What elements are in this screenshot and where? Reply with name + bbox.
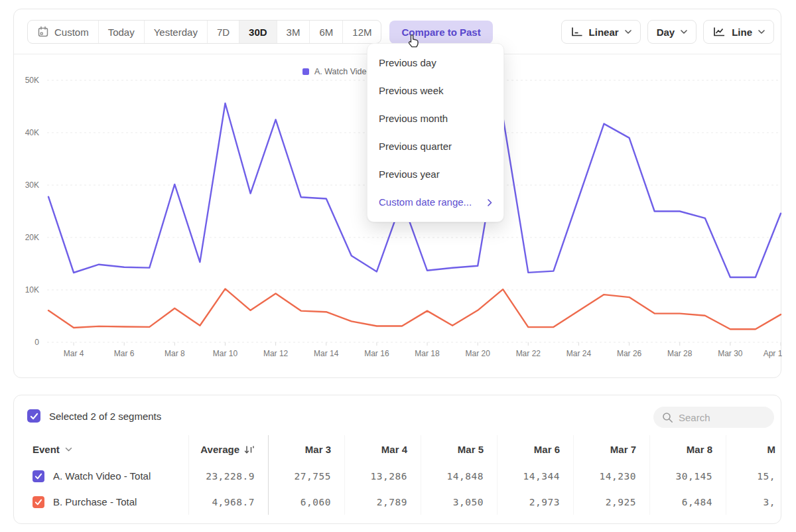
x-axis-label: Mar 12 bbox=[263, 349, 289, 358]
y-axis-label: 40K bbox=[25, 128, 39, 137]
date-range-12m[interactable]: 12M bbox=[342, 21, 381, 43]
date-range-3m[interactable]: 3M bbox=[277, 21, 310, 43]
segment-label: Today bbox=[108, 27, 135, 38]
granularity-label: Day bbox=[657, 27, 675, 38]
y-axis-label: 0 bbox=[34, 338, 39, 347]
x-axis-label: Mar 16 bbox=[364, 349, 389, 358]
x-axis-label: Mar 18 bbox=[415, 349, 440, 358]
select-all-row: Selected 2 of 2 segments bbox=[27, 409, 161, 423]
segment-label: 12M bbox=[352, 27, 371, 38]
menu-item-previous-month[interactable]: Previous month bbox=[367, 105, 503, 133]
cell-value: 14,344 bbox=[523, 471, 560, 482]
check-icon bbox=[34, 499, 42, 505]
menu-item-label: Previous week bbox=[379, 77, 444, 105]
value-cell: 2,925 bbox=[573, 489, 649, 515]
chevron-right-icon bbox=[488, 199, 492, 206]
date-range-30d[interactable]: 30D bbox=[239, 21, 277, 43]
chart-toolbar: CustomTodayYesterday7D30D3M6M12M Compare… bbox=[27, 20, 774, 44]
event-cell: B. Purchase - Total bbox=[14, 489, 188, 515]
select-all-checkbox[interactable] bbox=[27, 409, 40, 423]
y-axis-label: 20K bbox=[25, 233, 39, 242]
average-value: 4,968.7 bbox=[212, 497, 255, 507]
x-axis-label: Mar 24 bbox=[566, 349, 592, 358]
x-axis-label: Mar 30 bbox=[718, 349, 743, 358]
cell-value: 3,050 bbox=[453, 497, 484, 507]
date-range-yesterday[interactable]: Yesterday bbox=[144, 21, 207, 43]
y-axis-label: 30K bbox=[25, 180, 39, 190]
cell-value: 30,145 bbox=[676, 471, 712, 482]
date-header-cell[interactable]: Mar 3 bbox=[268, 435, 344, 463]
line-chart-icon bbox=[712, 27, 726, 37]
value-cell: 14,848 bbox=[421, 463, 497, 489]
average-cell: 4,968.7 bbox=[188, 489, 268, 515]
cell-value: 14,848 bbox=[447, 471, 484, 482]
axis-icon bbox=[570, 27, 583, 37]
x-axis-label: Mar 10 bbox=[213, 349, 238, 358]
menu-item-previous-day[interactable]: Previous day bbox=[367, 49, 503, 77]
date-range-today[interactable]: Today bbox=[98, 21, 144, 43]
value-cell: 15, bbox=[726, 463, 781, 489]
event-header[interactable]: Event bbox=[33, 444, 72, 455]
y-axis-label: 10K bbox=[25, 285, 39, 295]
date-header-cell[interactable]: Mar 5 bbox=[421, 435, 497, 463]
chevron-down-icon bbox=[625, 30, 631, 34]
value-cell: 3, bbox=[726, 489, 781, 515]
table-row: A. Watch Video - Total23,228.927,75513,2… bbox=[14, 463, 781, 489]
segments-table: EventAverageMar 3Mar 4Mar 5Mar 6Mar 7Mar… bbox=[14, 435, 781, 515]
average-header-label: Average bbox=[200, 444, 239, 455]
date-range-6m[interactable]: 6M bbox=[309, 21, 342, 43]
check-icon bbox=[30, 413, 38, 420]
y-axis-label: 50K bbox=[25, 76, 39, 85]
date-header-cell[interactable]: Mar 8 bbox=[649, 435, 726, 463]
date-header-cell[interactable]: Mar 4 bbox=[344, 435, 421, 463]
selected-segments-label: Selected 2 of 2 segments bbox=[49, 411, 161, 422]
menu-item-previous-week[interactable]: Previous week bbox=[367, 77, 503, 105]
date-range-segmented-control: CustomTodayYesterday7D30D3M6M12M bbox=[27, 20, 381, 44]
segment-label: 7D bbox=[217, 27, 230, 38]
scale-dropdown[interactable]: Linear bbox=[561, 20, 641, 44]
x-axis-label: Mar 14 bbox=[314, 349, 339, 358]
value-cell: 6,060 bbox=[268, 489, 344, 515]
cell-value: 13,286 bbox=[371, 471, 407, 482]
date-header-cell[interactable]: Mar 7 bbox=[573, 435, 649, 463]
average-header-cell[interactable]: Average bbox=[188, 435, 268, 463]
value-cell: 30,145 bbox=[649, 463, 726, 489]
event-header-label: Event bbox=[33, 444, 60, 455]
granularity-dropdown[interactable]: Day bbox=[647, 20, 697, 44]
date-range-7d[interactable]: 7D bbox=[207, 21, 239, 43]
series-line-purchase bbox=[48, 289, 781, 329]
event-cell: A. Watch Video - Total bbox=[14, 463, 188, 489]
search-icon bbox=[662, 412, 673, 423]
event-name: B. Purchase - Total bbox=[53, 496, 137, 507]
x-axis-label: Mar 6 bbox=[114, 349, 135, 358]
x-axis-label: Apr 1 bbox=[763, 349, 782, 358]
chart-option-buttons: Linear Day Line bbox=[561, 20, 774, 44]
search-box bbox=[653, 407, 774, 428]
segment-label: 30D bbox=[249, 27, 267, 38]
date-header-label: Mar 8 bbox=[687, 444, 712, 455]
x-axis-label: Mar 20 bbox=[465, 349, 490, 358]
menu-item-previous-quarter[interactable]: Previous quarter bbox=[367, 133, 503, 161]
search-input[interactable] bbox=[679, 412, 758, 423]
date-header-label: Mar 4 bbox=[381, 444, 407, 455]
row-checkbox[interactable] bbox=[33, 496, 44, 508]
x-axis-label: Mar 28 bbox=[667, 349, 693, 358]
hand-cursor-icon bbox=[405, 33, 422, 52]
row-checkbox[interactable] bbox=[33, 470, 44, 482]
menu-item-label: Previous quarter bbox=[379, 133, 452, 161]
date-header-cell[interactable]: M bbox=[726, 435, 781, 463]
menu-item-label: Previous month bbox=[379, 105, 448, 133]
chart-type-dropdown[interactable]: Line bbox=[703, 20, 774, 44]
date-header-label: Mar 3 bbox=[305, 444, 331, 455]
date-header-cell[interactable]: Mar 6 bbox=[497, 435, 573, 463]
table-row: B. Purchase - Total4,968.76,0602,7893,05… bbox=[14, 489, 781, 515]
value-cell: 3,050 bbox=[421, 489, 497, 515]
menu-item-label: Previous year bbox=[379, 161, 440, 188]
cell-value: 27,755 bbox=[295, 471, 331, 482]
menu-item-custom-date-range[interactable]: Custom date range... bbox=[367, 188, 503, 216]
chart-type-label: Line bbox=[732, 27, 752, 38]
menu-item-previous-year[interactable]: Previous year bbox=[367, 161, 503, 188]
x-axis-label: Mar 4 bbox=[64, 349, 84, 358]
date-range-custom[interactable]: Custom bbox=[28, 21, 98, 43]
chevron-down-icon bbox=[681, 30, 687, 34]
